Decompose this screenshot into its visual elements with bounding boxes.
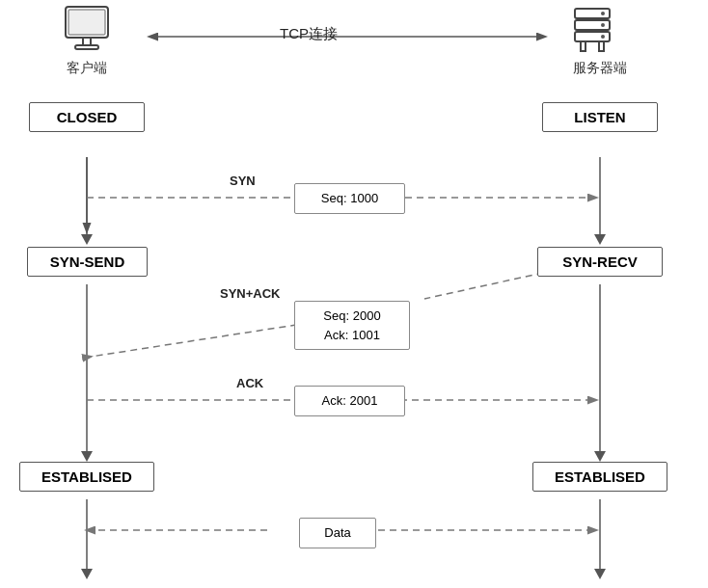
svg-rect-32 [581,41,585,51]
client-label: 客户端 [53,60,121,77]
svg-line-17 [91,323,309,357]
syn-msg-box: Seq: 1000 [294,183,405,214]
state-syn-recv: SYN-RECV [537,247,663,277]
syn-label: SYN [230,174,256,188]
state-client-established: ESTABLISED [19,462,154,492]
state-syn-send: SYN-SEND [27,247,148,277]
svg-marker-13 [594,569,606,579]
svg-point-31 [601,35,605,39]
state-closed: CLOSED [29,102,145,132]
server-label: 服务器端 [557,60,643,77]
svg-marker-11 [594,451,606,462]
server-icon [556,5,629,58]
svg-point-29 [601,23,605,27]
svg-point-27 [601,12,605,15]
synack-msg-box: Seq: 2000 Ack: 1001 [294,301,410,350]
ack-msg-box: Ack: 2001 [294,386,405,416]
svg-marker-3 [81,234,93,245]
svg-rect-33 [599,41,604,51]
svg-marker-7 [81,569,93,579]
client-icon [50,5,123,58]
svg-marker-9 [594,234,606,245]
state-server-established: ESTABLISED [532,462,667,492]
svg-rect-23 [68,10,105,35]
data-msg-box: Data [299,518,376,548]
tcp-connection-label: TCP连接 [280,25,338,43]
state-listen: LISTEN [542,102,658,132]
ack-label: ACK [236,376,263,390]
svg-rect-25 [75,45,98,49]
svg-marker-5 [81,451,93,462]
svg-rect-24 [83,38,91,45]
synack-label: SYN+ACK [220,286,281,301]
